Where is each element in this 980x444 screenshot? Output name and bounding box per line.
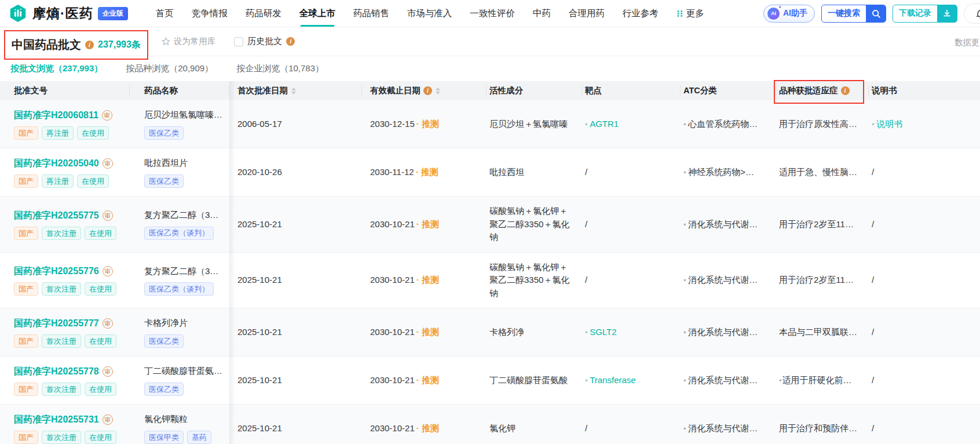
history-filter[interactable]: 历史批文 i bbox=[234, 36, 295, 47]
insurance-tag: 基药 bbox=[187, 431, 211, 444]
ai-assistant-button[interactable]: AI✦ AI助手 bbox=[763, 5, 815, 23]
column-header[interactable]: 药品名称 i bbox=[130, 81, 229, 100]
status-tag: 国产 bbox=[14, 282, 38, 296]
download-records-button[interactable]: 下载记录 bbox=[893, 5, 957, 23]
quick-search-button[interactable]: 一键搜索 bbox=[821, 5, 886, 23]
cell-active-ingredient: 碳酸氢钠＋氯化钾＋聚乙二醇3350＋氯化钠 bbox=[487, 205, 582, 244]
target-link[interactable]: / bbox=[585, 167, 587, 177]
atc-class[interactable]: 消化系统与代谢… bbox=[683, 375, 758, 385]
label-doc-link[interactable]: / bbox=[872, 423, 874, 433]
target-link[interactable]: / bbox=[585, 275, 587, 285]
drug-name[interactable]: 丁二磺酸腺苷蛋氨… bbox=[144, 365, 226, 378]
status-tag: 在使用 bbox=[85, 383, 116, 396]
column-info-icon[interactable]: i bbox=[423, 86, 432, 95]
sort-desc-icon[interactable] bbox=[291, 92, 296, 94]
approval-number-link[interactable]: 国药准字H20255777 bbox=[14, 316, 99, 330]
atc-class[interactable]: 心血管系统药物… bbox=[683, 119, 758, 129]
nav-item[interactable]: 更多 bbox=[677, 0, 704, 27]
sort-asc-icon[interactable] bbox=[291, 88, 296, 90]
approval-number-link[interactable]: 国药准字H20205040 bbox=[14, 157, 99, 170]
nav-item[interactable]: 药品研发 bbox=[246, 0, 281, 27]
review-audit-icon[interactable]: 审 bbox=[103, 414, 113, 425]
status-tag: 首次注册 bbox=[42, 334, 81, 348]
target-link[interactable]: / bbox=[585, 219, 587, 229]
column-header[interactable]: ATC分类 i bbox=[681, 81, 776, 100]
record-count: 237,993条 bbox=[98, 39, 141, 51]
label-doc-link[interactable]: / bbox=[872, 219, 874, 229]
first-approval-date: 2025-10-21 bbox=[237, 423, 282, 433]
quick-search-label: 一键搜索 bbox=[822, 8, 866, 19]
insurance-tags: 医保乙类 bbox=[144, 334, 226, 348]
drug-name[interactable]: 复方聚乙二醇（3… bbox=[144, 265, 226, 278]
estimate-flag: · 推测 bbox=[416, 423, 439, 433]
nav-item-label: 全球上市 bbox=[299, 8, 335, 20]
drug-name[interactable]: 氯化钾颗粒 bbox=[144, 413, 226, 426]
target-link[interactable]: AGTR1 bbox=[585, 119, 619, 129]
cell-first-approval-date: 2025-10-21 bbox=[229, 274, 362, 287]
column-header[interactable]: 活性成分 i bbox=[487, 81, 582, 100]
drug-name[interactable]: 厄贝沙坦氢氯噻嗪… bbox=[144, 108, 226, 122]
column-header[interactable]: 品种获批适应症 i bbox=[776, 81, 869, 100]
atc-class[interactable]: 消化系统与代谢… bbox=[683, 275, 758, 285]
column-header-label: 批准文号 bbox=[14, 85, 47, 96]
column-header[interactable]: 首次批准日期 i bbox=[229, 81, 362, 100]
column-info-icon[interactable]: i bbox=[841, 86, 850, 95]
history-info-icon[interactable]: i bbox=[286, 37, 295, 46]
drug-name[interactable]: 吡拉西坦片 bbox=[144, 157, 226, 170]
review-audit-icon[interactable]: 审 bbox=[102, 110, 112, 121]
sort-icons[interactable] bbox=[436, 88, 440, 94]
nav-item[interactable]: 首页 bbox=[156, 0, 174, 27]
label-doc-link[interactable]: 说明书 bbox=[872, 119, 902, 129]
more-grid-icon bbox=[677, 10, 683, 17]
nav-item[interactable]: 一致性评价 bbox=[470, 0, 515, 27]
nav-item[interactable]: 行业参考 bbox=[623, 0, 659, 27]
approval-number-link[interactable]: 国药准字H20255731 bbox=[14, 413, 99, 427]
view-tab[interactable]: 按企业浏览（10,783） bbox=[236, 63, 324, 74]
view-tab[interactable]: 按品种浏览（20,909） bbox=[126, 63, 213, 74]
review-audit-icon[interactable]: 审 bbox=[103, 210, 113, 221]
atc-class[interactable]: 消化系统与代谢… bbox=[683, 219, 758, 229]
nav-item[interactable]: 竞争情报 bbox=[192, 0, 228, 27]
approval-number-link[interactable]: 国药准字H20255778 bbox=[14, 365, 99, 379]
insurance-tags: 医保乙类（谈判） bbox=[144, 282, 226, 296]
set-favorite-button[interactable]: 设为常用库 bbox=[161, 36, 216, 47]
label-doc-link[interactable]: / bbox=[872, 327, 874, 337]
column-header[interactable]: 靶点 i bbox=[582, 81, 681, 100]
drug-name[interactable]: 复方聚乙二醇（3… bbox=[144, 209, 226, 222]
nav-item[interactable]: 全球上市 bbox=[299, 0, 335, 27]
target-link[interactable]: Transferase bbox=[585, 375, 636, 385]
nav-item[interactable]: 合理用药 bbox=[569, 0, 605, 27]
nav-item[interactable]: 中药 bbox=[533, 0, 551, 27]
sort-desc-icon[interactable] bbox=[436, 92, 440, 94]
label-doc-link[interactable]: / bbox=[872, 375, 874, 385]
notification-bell-icon[interactable] bbox=[975, 8, 980, 20]
nav-item[interactable]: 药品销售 bbox=[353, 0, 389, 27]
sort-icons[interactable] bbox=[291, 88, 296, 94]
review-audit-icon[interactable]: 审 bbox=[103, 158, 113, 169]
label-doc-link[interactable]: / bbox=[872, 275, 874, 285]
column-header[interactable]: 说明书 i bbox=[869, 81, 980, 100]
review-audit-icon[interactable]: 审 bbox=[103, 318, 113, 329]
drug-name[interactable]: 卡格列净片 bbox=[144, 316, 226, 330]
view-tab[interactable]: 按批文浏览（237,993） bbox=[10, 63, 103, 74]
title-info-icon[interactable]: i bbox=[85, 41, 94, 49]
nav-item[interactable]: 市场与准入 bbox=[407, 0, 452, 27]
column-header[interactable]: 有效截止日期 i bbox=[362, 81, 487, 100]
approval-number-link[interactable]: 国药准字H20060811 bbox=[14, 108, 98, 122]
cell-indication: 用于治疗原发性高… bbox=[776, 118, 869, 131]
expiry-date: 2030-10-21 bbox=[370, 375, 415, 385]
atc-class[interactable]: 消化系统与代谢… bbox=[683, 423, 758, 433]
approval-number-link[interactable]: 国药准字H20255776 bbox=[14, 264, 99, 278]
approval-number-link[interactable]: 国药准字H20255775 bbox=[14, 209, 99, 223]
target-link[interactable]: / bbox=[585, 423, 587, 433]
column-header[interactable]: 批准文号 i bbox=[0, 81, 130, 100]
atc-class[interactable]: 神经系统药物>… bbox=[683, 167, 754, 177]
label-doc-link[interactable]: / bbox=[872, 167, 874, 177]
target-link[interactable]: SGLT2 bbox=[585, 327, 617, 337]
brand-logo[interactable]: 摩熵·医药 企业版 bbox=[8, 3, 128, 23]
atc-class[interactable]: 消化系统与代谢… bbox=[683, 327, 758, 337]
sort-asc-icon[interactable] bbox=[436, 88, 440, 90]
review-audit-icon[interactable]: 审 bbox=[103, 266, 113, 276]
review-audit-icon[interactable]: 审 bbox=[103, 366, 113, 377]
history-checkbox[interactable] bbox=[234, 37, 243, 46]
